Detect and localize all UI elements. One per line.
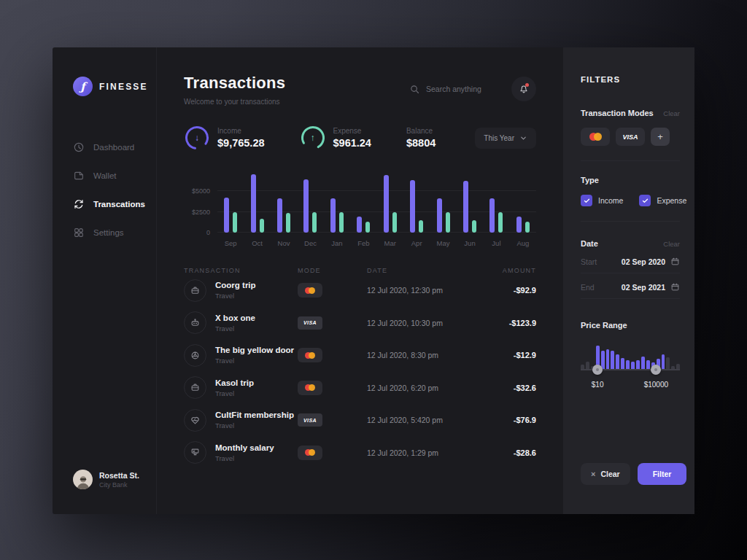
x-axis-label: Apr [403, 239, 430, 247]
mastercard-icon [298, 446, 322, 460]
price-max-label: $10000 [644, 381, 668, 389]
table-row[interactable]: The big yellow door Travel 12 Jul 2020, … [184, 339, 536, 372]
main-content: Transactions Welcome to your transaction… [157, 47, 563, 514]
clear-modes-link[interactable]: Clear [663, 109, 680, 117]
user-name: Rosetta St. [99, 471, 139, 480]
period-selector[interactable]: This Year [475, 128, 536, 149]
checkbox-checked-icon [581, 195, 592, 206]
histogram-bar [641, 357, 645, 370]
transaction-name: Monthly salary [215, 443, 274, 452]
sidebar-item-wallet[interactable]: Wallet [73, 167, 156, 184]
transaction-date: 12 Jul 2020, 5:420 pm [367, 416, 484, 424]
x-axis-label: Feb [350, 239, 376, 247]
sidebar-item-label: Dashboard [93, 143, 134, 152]
transaction-category: Travel [215, 421, 294, 429]
expense-bar [286, 213, 290, 233]
price-min-label: $10 [592, 381, 604, 389]
end-date-field[interactable]: End 02 Sep 2021 [581, 273, 680, 299]
transaction-modes-label: Transaction Modes [581, 109, 654, 117]
mastercard-icon [298, 283, 322, 298]
calendar-icon [670, 282, 680, 292]
stat-value: $9,765.28 [217, 137, 265, 149]
income-bar [437, 198, 442, 233]
type-section: Type Income Expense [581, 176, 680, 206]
page-title: Transactions [184, 74, 285, 93]
table-row[interactable]: X box one Travel VISA 12 Jul 2020, 10:30… [184, 307, 536, 340]
table-row[interactable]: CultFit membership Travel VISA 12 Jul 20… [184, 404, 536, 437]
y-axis-tick: $2500 [192, 209, 210, 216]
sidebar-item-dashboard[interactable]: Dashboard [73, 139, 156, 156]
clock-icon [73, 141, 85, 153]
mastercard-chip[interactable] [581, 128, 610, 146]
checkbox-label: Income [598, 196, 623, 205]
table-row[interactable]: Monthly salary Travel 12 Jul 2020, 1:29 … [184, 437, 536, 470]
column-header-mode: MODE [298, 267, 367, 274]
price-range-label: Price Range [581, 321, 680, 330]
chart-month-group [430, 198, 456, 233]
sidebar-item-settings[interactable]: Settings [73, 224, 156, 241]
expense-bar [365, 222, 370, 233]
clear-date-link[interactable]: Clear [663, 240, 680, 248]
wheel-icon [184, 344, 206, 367]
column-header-amount: AMOUNT [484, 267, 536, 274]
income-bar [384, 175, 389, 233]
expense-bar [339, 212, 344, 233]
histogram-bar [616, 354, 619, 370]
chart-month-group [403, 180, 430, 233]
clear-button-label: Clear [600, 470, 619, 478]
transaction-amount: -$76.9 [484, 416, 536, 424]
x-axis-label: Oct [244, 239, 270, 247]
table-row[interactable]: Kasol trip Travel 12 Jul 2020, 6:20 pm -… [184, 372, 536, 405]
chart-bars [217, 173, 536, 233]
x-axis-label: Nov [271, 239, 297, 247]
expense-bar [233, 212, 237, 233]
table-body: Coorg trip Travel 12 Jul 2020, 12:30 pm … [184, 274, 536, 469]
transaction-date: 12 Jul 2020, 1:29 pm [367, 448, 484, 457]
transaction-name: Kasol trip [215, 378, 254, 387]
search-icon [409, 84, 420, 95]
search-input[interactable] [426, 85, 503, 93]
table-row[interactable]: Coorg trip Travel 12 Jul 2020, 12:30 pm … [184, 274, 536, 307]
mastercard-icon [298, 381, 322, 395]
transaction-name: CultFit membership [215, 411, 294, 419]
income-bar [463, 181, 468, 233]
user-profile[interactable]: Rosetta St. City Bank [73, 470, 156, 489]
chart-month-group [244, 174, 270, 233]
expense-checkbox[interactable]: Expense [639, 195, 686, 206]
transaction-category: Travel [215, 292, 256, 300]
clear-filters-button[interactable]: × Clear [581, 463, 630, 485]
add-mode-button[interactable]: + [651, 128, 670, 146]
stat-income: ↓ Income $9,765.28 [184, 125, 265, 151]
visa-icon: VISA [298, 413, 322, 427]
sidebar-item-transactions[interactable]: Transcations [73, 195, 156, 213]
briefcase-icon [184, 279, 206, 302]
chart-month-group [483, 198, 509, 233]
page-subtitle: Welcome to your transactions [184, 98, 285, 106]
income-bar [330, 198, 336, 233]
briefcase-icon [184, 376, 206, 399]
date-label: Date [581, 239, 598, 248]
price-range-slider[interactable] [581, 346, 680, 375]
visa-chip[interactable]: VISA [616, 128, 645, 146]
filter-button-label: Filter [653, 470, 672, 478]
price-max-handle[interactable] [651, 365, 661, 375]
transaction-amount: -$28.6 [484, 448, 536, 457]
notification-dot [525, 83, 529, 87]
expense-bar [392, 212, 397, 233]
finesse-logo-icon: ƒ [73, 77, 93, 96]
start-date-field[interactable]: Start 02 Sep 2020 [581, 248, 680, 273]
notification-bell-button[interactable] [511, 77, 536, 101]
price-min-handle[interactable] [592, 365, 603, 375]
search-bar[interactable] [409, 84, 503, 95]
expense-bar [260, 219, 264, 233]
column-header-transaction: TRANSACTION [184, 267, 298, 274]
histogram-bar [621, 358, 624, 370]
income-checkbox[interactable]: Income [581, 195, 623, 206]
chart-month-group [297, 179, 323, 233]
stat-label: Income [217, 127, 265, 135]
apply-filter-button[interactable]: Filter [638, 463, 687, 485]
chart-month-group [324, 198, 350, 233]
filters-panel: FILTERS Transaction Modes Clear VISA + T… [563, 47, 694, 514]
mastercard-icon [298, 348, 322, 362]
start-label: Start [581, 257, 597, 266]
